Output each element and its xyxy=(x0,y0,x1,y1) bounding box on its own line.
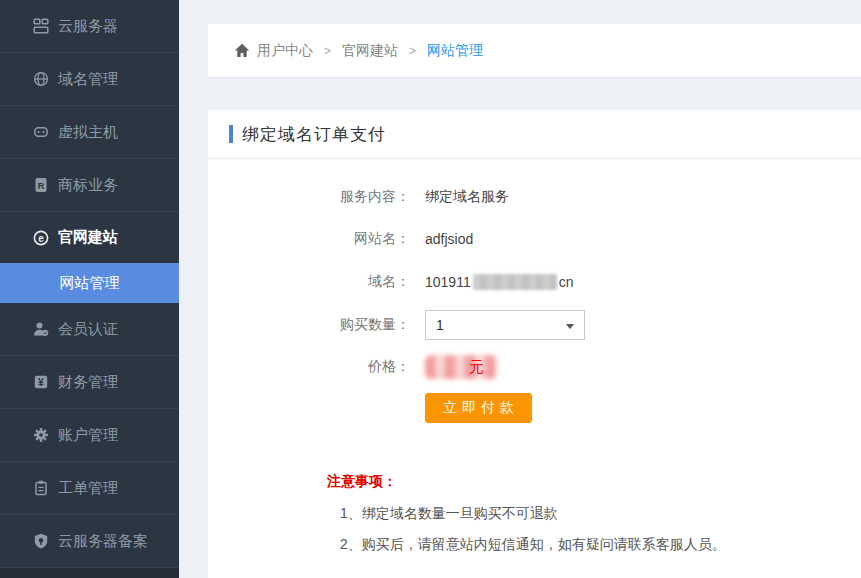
cloud-server-icon xyxy=(33,18,49,34)
form-row-service: 服务内容： 绑定域名服务 xyxy=(208,182,861,212)
gear-icon xyxy=(33,427,49,443)
sidebar-item-website-builder[interactable]: e 官网建站 xyxy=(0,212,179,263)
trademark-icon: R xyxy=(33,177,49,193)
sidebar-item-server-filing[interactable]: 云服务器备案 xyxy=(0,515,179,568)
sidebar-item-work-order[interactable]: 工单管理 xyxy=(0,462,179,515)
sidebar-item-trademark[interactable]: R 商标业务 xyxy=(0,159,179,212)
price-redacted-wrap: 元 xyxy=(425,352,545,382)
price-unit: 元 xyxy=(469,358,484,377)
sidebar-item-label: 官网建站 xyxy=(58,228,118,247)
pay-now-button[interactable]: 立即付款 xyxy=(425,393,532,423)
domain-value-prefix: 101911 xyxy=(425,274,471,290)
sidebar-item-cloud-server[interactable]: 云服务器 xyxy=(0,0,179,53)
form-row-domain: 域名： 101911 cn xyxy=(208,267,861,297)
breadcrumb-separator: > xyxy=(409,44,416,58)
breadcrumb: 用户中心 > 官网建站 > 网站管理 xyxy=(208,24,861,77)
domain-value: 101911 cn xyxy=(425,274,573,290)
quantity-label: 购买数量： xyxy=(208,316,410,334)
sidebar-subitem-site-management[interactable]: 网站管理 xyxy=(0,263,179,303)
sidebar-item-domain[interactable]: 域名管理 xyxy=(0,53,179,106)
panel-header: 绑定域名订单支付 xyxy=(208,110,861,159)
note-item-2: 2、购买后，请留意站内短信通知，如有疑问请联系客服人员。 xyxy=(340,536,726,554)
sidebar-item-label: 虚拟主机 xyxy=(58,123,118,142)
sidebar-item-label: 云服务器备案 xyxy=(58,532,148,551)
finance-icon: ¥ xyxy=(33,374,49,390)
sidebar-subitem-label: 网站管理 xyxy=(60,274,120,293)
sidebar-item-account[interactable]: 账户管理 xyxy=(0,409,179,462)
sidebar-item-label: 财务管理 xyxy=(58,373,118,392)
virtual-host-icon xyxy=(33,124,49,140)
quantity-selected-value: 1 xyxy=(436,317,444,333)
sidebar-item-member-auth[interactable]: 会员认证 xyxy=(0,303,179,356)
form-row-quantity: 购买数量： 1 xyxy=(208,310,861,340)
breadcrumb-item-site-management[interactable]: 网站管理 xyxy=(427,42,483,60)
domain-value-suffix: cn xyxy=(559,274,574,290)
sitename-label: 网站名： xyxy=(208,230,410,248)
chevron-down-icon xyxy=(566,324,574,329)
sidebar-item-label: 会员认证 xyxy=(58,320,118,339)
svg-text:¥: ¥ xyxy=(38,376,44,388)
sidebar-item-label: 域名管理 xyxy=(58,70,118,89)
svg-text:e: e xyxy=(38,232,44,243)
sidebar-item-virtual-host[interactable]: 虚拟主机 xyxy=(0,106,179,159)
form-row-sitename: 网站名： adfjsiod xyxy=(208,224,861,254)
sidebar-item-label: 工单管理 xyxy=(58,479,118,498)
website-builder-icon: e xyxy=(33,230,49,246)
member-auth-icon xyxy=(33,321,49,337)
note-item-1: 1、绑定域名数量一旦购买不可退款 xyxy=(340,505,558,523)
quantity-select[interactable]: 1 xyxy=(425,310,585,340)
quantity-field: 1 xyxy=(425,310,585,340)
sidebar-item-label: 云服务器 xyxy=(58,17,118,36)
sidebar: 云服务器 域名管理 虚拟主机 R 商标业务 e 官网建站 网站管理 会员认证 xyxy=(0,0,179,578)
work-order-icon xyxy=(33,480,49,496)
sidebar-footer-strip xyxy=(0,568,179,578)
breadcrumb-item-website-builder[interactable]: 官网建站 xyxy=(342,42,398,60)
price-label: 价格： xyxy=(208,358,410,376)
breadcrumb-separator: > xyxy=(324,44,331,58)
price-value: 元 xyxy=(425,352,545,382)
form-row-price: 价格： 元 xyxy=(208,352,861,382)
svg-text:R: R xyxy=(38,181,45,191)
sitename-value: adfjsiod xyxy=(425,231,473,247)
shield-icon xyxy=(33,533,49,549)
title-accent-bar xyxy=(229,125,233,143)
sidebar-item-label: 账户管理 xyxy=(58,426,118,445)
domain-redacted-blur xyxy=(473,274,557,290)
domain-label: 域名： xyxy=(208,273,410,291)
service-value: 绑定域名服务 xyxy=(425,188,509,206)
sidebar-item-label: 商标业务 xyxy=(58,176,118,195)
order-payment-panel: 绑定域名订单支付 服务内容： 绑定域名服务 网站名： adfjsiod 域名： … xyxy=(208,110,861,578)
page-title: 绑定域名订单支付 xyxy=(242,123,386,146)
notes-title: 注意事项： xyxy=(327,473,397,491)
service-label: 服务内容： xyxy=(208,188,410,206)
sidebar-item-finance[interactable]: ¥ 财务管理 xyxy=(0,356,179,409)
price-redacted-blur xyxy=(425,355,497,379)
breadcrumb-item-user-center[interactable]: 用户中心 xyxy=(257,42,313,60)
home-icon[interactable] xyxy=(234,43,250,58)
globe-icon xyxy=(33,71,49,87)
